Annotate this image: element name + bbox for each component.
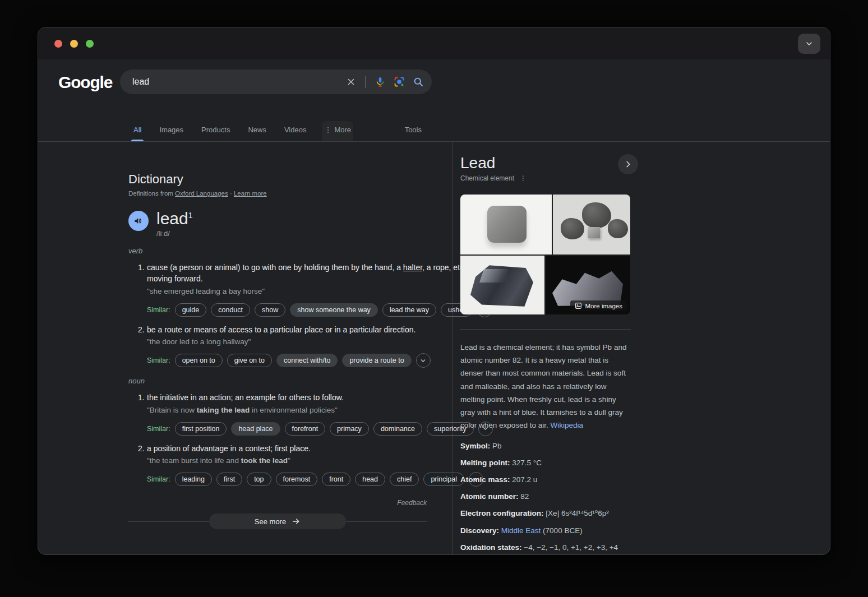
text-part: the initiative in an action; an example … [147, 393, 344, 402]
similar-chip[interactable]: top [247, 473, 271, 486]
fact-label: Atomic mass: [460, 475, 510, 484]
similar-chip[interactable]: forefront [285, 422, 326, 436]
similar-chip[interactable]: first [216, 473, 242, 486]
search-submit-button[interactable] [413, 76, 424, 87]
similar-chip[interactable]: guide [175, 303, 207, 317]
close-window-button[interactable] [54, 40, 62, 48]
source-separator: · [228, 190, 234, 197]
inline-link[interactable]: Middle East [501, 526, 541, 535]
similar-chip[interactable]: front [322, 473, 350, 486]
pronounce-button[interactable] [128, 211, 149, 231]
tab-products[interactable]: Products [199, 126, 232, 141]
lead-cube-shape [487, 206, 527, 243]
minimize-window-button[interactable] [70, 40, 78, 48]
tab-news[interactable]: News [246, 126, 269, 141]
tab-images[interactable]: Images [157, 126, 186, 141]
similar-chip[interactable]: first position [175, 422, 227, 436]
example-quote: "Britain is now taking the lead in envir… [147, 405, 493, 416]
definition-entry: 2.a position of advantage in a contest; … [128, 443, 427, 487]
more-images-button[interactable]: More images [570, 300, 627, 311]
definition-body: the initiative in an action; an example … [147, 392, 493, 436]
kp-facts: Symbol: PbMelting point: 327.5 °CAtomic … [460, 441, 631, 555]
dictionary-feedback-link[interactable]: Feedback [128, 499, 427, 507]
tab-more[interactable]: ⋮More [322, 121, 353, 141]
galena-ore-image[interactable]: More images [546, 256, 630, 314]
google-lens-button[interactable] [394, 76, 405, 87]
arrow-right-icon [292, 517, 301, 526]
search-input[interactable] [132, 77, 346, 87]
similar-chip[interactable]: connect with/to [276, 354, 338, 367]
search-bar[interactable] [120, 70, 432, 94]
definition-text: be a route or means of access to a parti… [147, 324, 431, 335]
more-vert-icon[interactable]: ⋮ [520, 174, 527, 182]
similar-chip[interactable]: give on to [227, 354, 272, 367]
lead-chunk-image[interactable] [460, 256, 544, 314]
similar-chip[interactable]: open on to [175, 354, 223, 367]
microphone-icon [375, 76, 386, 87]
results-column: Dictionary Definitions from Oxford Langu… [128, 142, 427, 555]
clear-search-button[interactable] [346, 77, 356, 87]
tools-button[interactable]: Tools [405, 126, 422, 134]
kp-fact-row: Discovery: Middle East (7000 BCE) [460, 526, 631, 536]
text-part: 82 [519, 492, 529, 501]
similar-chip[interactable]: lead the way [382, 303, 436, 317]
zoom-window-button[interactable] [86, 40, 94, 48]
definition-text: a position of advantage in a contest; fi… [147, 443, 483, 454]
image-icon [575, 302, 582, 309]
fact-label: Atomic number: [460, 492, 519, 501]
similar-label: Similar: [147, 306, 170, 314]
definition-number: 1. [128, 262, 147, 317]
example-quote: "the door led to a long hallway" [147, 336, 431, 348]
similar-chip[interactable]: dominance [373, 422, 422, 436]
similar-row: Similar:first positionhead placeforefron… [147, 422, 493, 436]
similar-chip[interactable]: show [255, 303, 285, 317]
fact-label: Oxidation states: [460, 543, 522, 552]
expand-similar-button[interactable] [416, 353, 431, 368]
similar-chip[interactable]: primacy [330, 422, 369, 436]
google-logo[interactable]: Google [58, 73, 112, 92]
kp-fact-row: Atomic number: 82 [460, 492, 631, 502]
lead-cube-image[interactable] [460, 195, 552, 254]
kp-fact-row: Melting point: 327.5 °C [460, 458, 631, 468]
see-more-button[interactable]: See more [209, 513, 346, 529]
similar-chip[interactable]: principal [423, 473, 464, 486]
tab-videos[interactable]: Videos [282, 126, 309, 141]
similar-chip[interactable]: show someone the way [290, 303, 378, 317]
similar-chip[interactable]: head [355, 473, 385, 486]
text-part: "the door led to a long hallway" [147, 337, 251, 346]
search-bar-icons [346, 76, 424, 88]
result-tabs: AllImagesProductsNewsVideos⋮More Tools [38, 119, 830, 142]
voice-search-button[interactable] [375, 76, 386, 87]
text-part: "the team burst into life and [147, 456, 241, 465]
lead-crystals-image[interactable] [553, 195, 630, 254]
similar-chip[interactable]: conduct [211, 303, 250, 317]
window-dropdown-button[interactable] [798, 34, 820, 54]
tab-all[interactable]: All [131, 126, 144, 141]
similar-chip[interactable]: head place [231, 422, 280, 436]
text-part: 327.5 °C [510, 459, 541, 467]
example-quote: "she emerged leading a bay horse" [147, 286, 492, 297]
similar-chip[interactable]: leading [175, 473, 212, 486]
similar-chip[interactable]: provide a route to [342, 354, 411, 367]
similar-label: Similar: [147, 357, 170, 364]
text-part: [Xe] 6s²4f¹⁴5d¹⁰6p² [544, 509, 609, 517]
text-part: 207.2 u [510, 475, 538, 484]
similar-label: Similar: [147, 475, 170, 483]
definition-text: cause (a person or animal) to go with on… [147, 262, 492, 285]
similar-chip[interactable]: chief [390, 473, 419, 486]
inline-link[interactable]: halter [403, 263, 422, 272]
tab-label: All [133, 126, 141, 134]
headword-row: lead1 /liːd/ [128, 209, 427, 238]
learn-more-link[interactable]: Learn more [234, 190, 267, 197]
kp-next-button[interactable] [618, 154, 638, 174]
more-images-label: More images [585, 303, 622, 309]
traffic-lights [54, 40, 94, 48]
similar-chip[interactable]: foremost [276, 473, 318, 486]
fact-label: Electron configuration: [460, 509, 544, 517]
oxford-languages-link[interactable]: Oxford Languages [175, 190, 228, 197]
inline-link[interactable]: Wikipedia [551, 421, 584, 429]
definition-number: 2. [128, 324, 147, 368]
tab-label: More [334, 126, 351, 134]
definition-number: 2. [128, 443, 147, 487]
definition-entry: 1.cause (a person or animal) to go with … [128, 262, 427, 317]
